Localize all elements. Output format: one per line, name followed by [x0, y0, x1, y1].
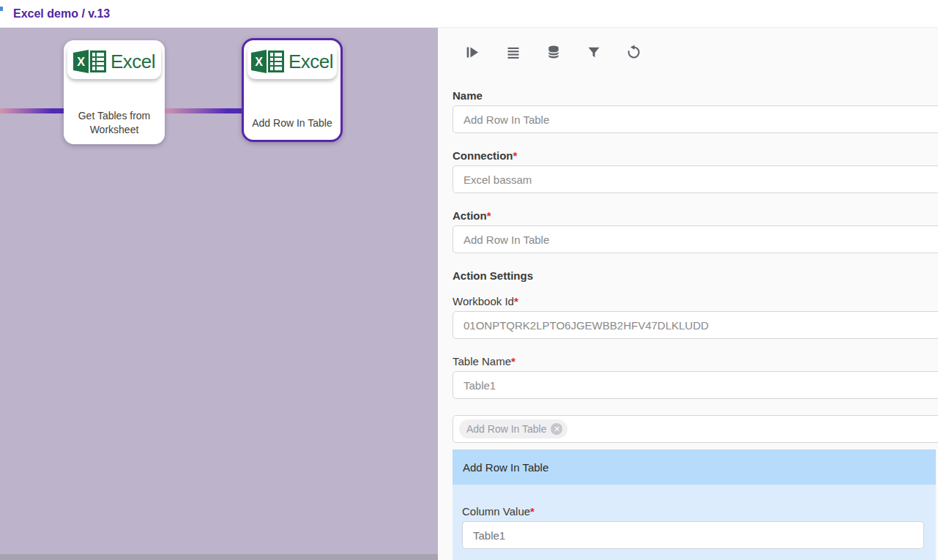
column-value-input[interactable]: [462, 521, 924, 549]
settings-form: Name Connection* Action* Action Settings: [453, 89, 938, 560]
corner-icon: [0, 7, 3, 11]
database-icon[interactable]: [546, 44, 561, 60]
node-add-row-in-table[interactable]: X Excel Add Row In Table: [242, 38, 343, 142]
subsection-body: Column Value*: [453, 485, 936, 560]
svg-text:X: X: [77, 56, 85, 68]
connection-input[interactable]: [453, 165, 938, 193]
workflow-canvas[interactable]: X Excel Get Tables from Worksheet X: [0, 28, 438, 560]
connection-label: Connection*: [453, 149, 938, 162]
action-settings-heading: Action Settings: [453, 269, 938, 282]
node-label: Add Row In Table: [244, 116, 340, 130]
selected-actions-field[interactable]: Add Row In Table ✕: [453, 415, 938, 443]
workbook-id-label: Workbook Id*: [453, 295, 938, 307]
node-get-tables-from-worksheet[interactable]: X Excel Get Tables from Worksheet: [64, 40, 165, 144]
required-asterisk: *: [511, 355, 515, 367]
field-label-text: Connection: [453, 149, 513, 162]
excel-logo-icon: X: [251, 49, 285, 74]
table-name-field-group: Table Name*: [453, 355, 938, 399]
table-name-input[interactable]: [453, 371, 938, 399]
excel-wordmark: Excel: [289, 51, 333, 73]
workbook-id-field-group: Workbook Id*: [453, 295, 938, 339]
svg-text:X: X: [255, 56, 263, 68]
canvas-horizontal-scrollbar[interactable]: [0, 554, 438, 560]
required-asterisk: *: [514, 295, 518, 307]
connector-line-segment: [164, 108, 243, 113]
run-step-icon[interactable]: [465, 44, 480, 60]
field-label-text: Table Name: [453, 355, 511, 367]
column-value-label: Column Value*: [462, 505, 936, 518]
field-label-text: Action: [453, 209, 487, 222]
panel-toolbar: [453, 44, 938, 60]
chip-label: Add Row In Table: [466, 423, 546, 435]
required-asterisk: *: [513, 149, 518, 162]
breadcrumb[interactable]: Excel demo / v.13: [13, 7, 110, 20]
action-input[interactable]: [453, 225, 938, 253]
field-label-text: Workbook Id: [453, 295, 514, 307]
add-row-in-table-subsection: Add Row In Table Column Value*: [453, 449, 936, 560]
chip-close-icon[interactable]: ✕: [551, 423, 562, 435]
node-settings-panel: Name Connection* Action* Action Settings: [438, 28, 938, 560]
field-label-text: Name: [453, 89, 483, 102]
subsection-header: Add Row In Table: [453, 449, 936, 485]
required-asterisk: *: [530, 505, 535, 518]
name-field-group: Name: [453, 89, 938, 133]
excel-logo-icon: X: [73, 49, 107, 74]
action-field-group: Action*: [453, 209, 938, 253]
name-input[interactable]: [453, 105, 938, 133]
menu-lines-icon[interactable]: [505, 44, 521, 60]
name-label: Name: [453, 89, 938, 102]
connector-line-segment: [0, 108, 64, 113]
field-label-text: Column Value: [462, 505, 530, 518]
table-name-label: Table Name*: [453, 355, 938, 367]
required-asterisk: *: [487, 209, 491, 222]
excel-wordmark: Excel: [111, 51, 155, 73]
undo-icon[interactable]: [626, 44, 641, 60]
connection-field-group: Connection*: [453, 149, 938, 193]
workbook-id-input[interactable]: [453, 311, 938, 339]
filter-icon[interactable]: [586, 44, 601, 60]
node-label: Get Tables from Worksheet: [64, 109, 165, 137]
add-row-in-table-chip[interactable]: Add Row In Table ✕: [459, 419, 567, 438]
excel-logo: X Excel: [247, 44, 337, 79]
top-bar: Excel demo / v.13: [0, 0, 938, 28]
excel-logo: X Excel: [67, 44, 161, 79]
action-label: Action*: [453, 209, 938, 222]
